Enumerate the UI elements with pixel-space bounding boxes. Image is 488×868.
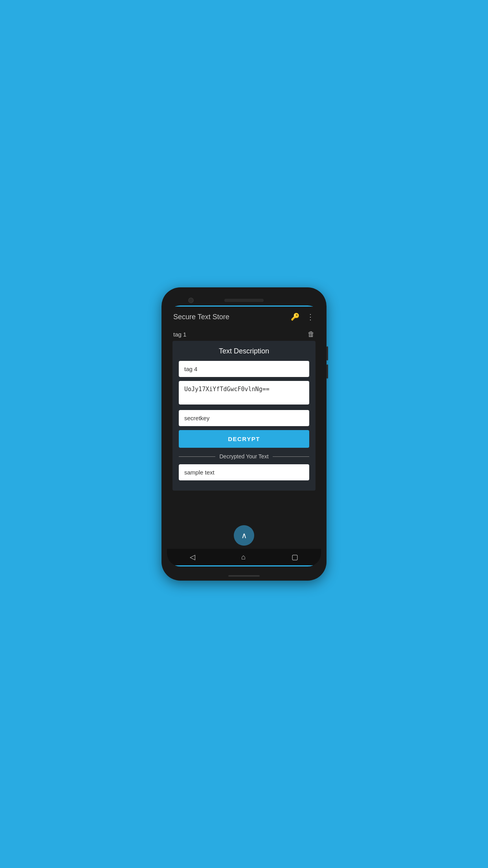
secret-key-input[interactable] — [179, 410, 309, 426]
content-area: tag 1 🗑 Text Description UoJy17XiYfTdGwc… — [167, 327, 321, 519]
tag-input[interactable] — [179, 361, 309, 377]
tag-label: tag 1 — [173, 331, 186, 338]
fab-button[interactable]: ∧ — [234, 525, 254, 546]
back-nav-icon[interactable]: ◁ — [190, 553, 195, 561]
recents-nav-icon[interactable]: ▢ — [292, 553, 298, 561]
trash-icon[interactable]: 🗑 — [308, 330, 315, 338]
bottom-accent-bar — [167, 565, 321, 566]
divider-right — [273, 456, 309, 457]
tag-row: tag 1 🗑 — [167, 327, 321, 341]
speaker — [224, 299, 264, 302]
bottom-nav: ◁ ⌂ ▢ — [167, 549, 321, 565]
app-bar: Secure Text Store 🔑 ⋮ — [167, 307, 321, 327]
app-bar-icons: 🔑 ⋮ — [291, 312, 315, 322]
phone-frame: Secure Text Store 🔑 ⋮ tag 1 🗑 Text Descr… — [161, 287, 327, 581]
home-bar — [228, 575, 260, 577]
decrypted-text-output[interactable] — [179, 464, 309, 480]
encrypted-text-input[interactable]: UoJy17XiYfTdGwcF0vlnNg== — [179, 381, 309, 405]
card-title: Text Description — [179, 347, 309, 355]
divider-text: Decrypted Your Text — [219, 453, 268, 460]
decrypt-button[interactable]: DECRYPT — [179, 430, 309, 448]
home-nav-icon[interactable]: ⌂ — [241, 553, 246, 561]
vol-up-button — [327, 346, 328, 360]
vol-down-button — [327, 364, 328, 379]
divider-label-row: Decrypted Your Text — [179, 453, 309, 460]
camera — [188, 298, 194, 303]
fab-up-icon: ∧ — [241, 531, 247, 539]
main-card: Text Description UoJy17XiYfTdGwcF0vlnNg=… — [172, 341, 316, 491]
key-icon[interactable]: 🔑 — [291, 313, 299, 321]
phone-screen: Secure Text Store 🔑 ⋮ tag 1 🗑 Text Descr… — [167, 305, 321, 566]
divider-left — [179, 456, 215, 457]
app-title: Secure Text Store — [173, 313, 229, 321]
fab-area: ∧ — [167, 519, 321, 549]
menu-icon[interactable]: ⋮ — [306, 312, 315, 322]
